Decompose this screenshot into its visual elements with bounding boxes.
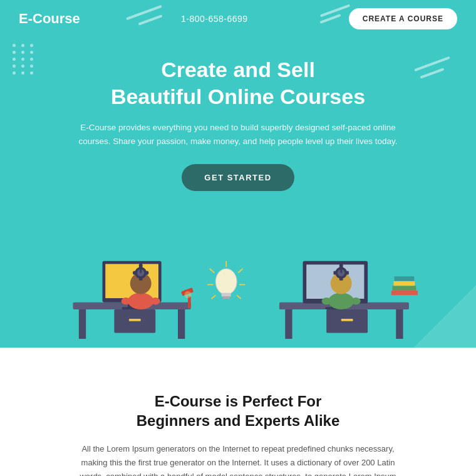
svg-point-56 [339,264,343,267]
svg-rect-1 [79,309,86,339]
svg-rect-2 [178,309,185,339]
get-started-button[interactable]: GET STARTED [182,164,294,191]
svg-rect-58 [393,286,416,291]
svg-rect-23 [188,296,191,308]
svg-point-25 [184,291,191,298]
hero-title: Create and Sell Beautiful Online Courses [50,56,426,110]
create-course-button[interactable]: CREATE A COURSE [349,8,457,29]
svg-rect-54 [346,271,349,275]
svg-point-45 [328,293,354,309]
svg-line-35 [212,296,216,299]
svg-point-47 [322,298,331,304]
svg-rect-38 [396,309,403,339]
white-section-title: E-Course is Perfect For Beginners and Ex… [75,391,401,430]
svg-point-22 [139,264,143,267]
illustration-svg [38,210,438,348]
svg-rect-16 [139,277,143,281]
header-deco-line2 [138,14,163,25]
white-section-body: All the Lorem Ipsum generators on the In… [75,442,401,476]
illustration-area [0,204,476,348]
svg-point-9 [128,293,153,309]
svg-rect-4 [129,319,141,321]
svg-point-48 [351,298,361,304]
svg-line-31 [210,269,215,273]
hero-section: Create and Sell Beautiful Online Courses… [0,38,476,204]
svg-rect-53 [333,271,336,275]
white-section: E-Course is Perfect For Beginners and Ex… [0,360,476,476]
svg-point-12 [151,298,160,304]
hero-triangle-decoration [413,285,476,348]
svg-point-11 [122,298,131,304]
decorative-dots [13,44,35,75]
hero-subtitle: E-Course provides everything you need to… [75,121,401,148]
svg-rect-28 [223,296,230,299]
phone-number: 1-800-658-6699 [181,14,248,24]
svg-rect-60 [394,276,414,281]
svg-rect-52 [339,277,343,281]
svg-rect-37 [285,309,292,339]
logo[interactable]: E-Course [19,11,80,27]
svg-rect-40 [341,319,353,321]
svg-rect-59 [393,281,415,286]
svg-point-26 [215,269,237,294]
svg-line-34 [237,296,241,299]
svg-rect-27 [222,293,231,297]
header: E-Course 1-800-658-6699 CREATE A COURSE [0,0,476,38]
svg-line-30 [238,269,243,273]
